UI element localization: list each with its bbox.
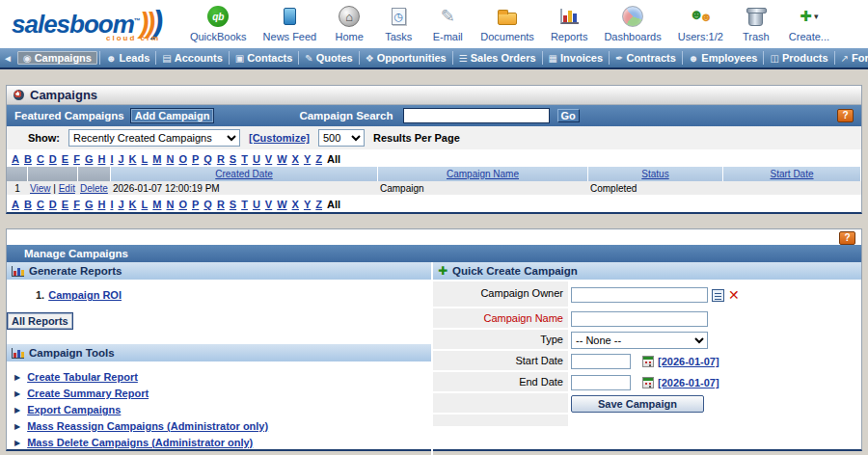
alpha-link-v[interactable]: V — [265, 199, 272, 210]
owner-lookup-icon[interactable] — [712, 289, 724, 302]
end-date-today-link[interactable]: [2026-01-07] — [658, 377, 719, 388]
help-button[interactable]: ? — [839, 231, 855, 245]
alpha-link-i[interactable]: I — [110, 199, 113, 210]
campaign-search-input[interactable] — [403, 108, 550, 123]
help-button[interactable]: ? — [837, 109, 854, 122]
alpha-link-d[interactable]: D — [49, 199, 57, 210]
tool-link[interactable]: Create Tabular Report — [27, 371, 138, 383]
toolbar-reports[interactable]: Reports — [551, 4, 588, 42]
alpha-link-r[interactable]: R — [217, 153, 225, 165]
toolbar-home[interactable]: Home — [333, 4, 366, 42]
toolbar-news-feed[interactable]: News Feed — [263, 4, 317, 42]
alpha-link-g[interactable]: G — [85, 199, 94, 210]
column-sort-link[interactable]: Start Date — [770, 169, 813, 179]
toolbar-e-mail[interactable]: E-mail — [431, 4, 464, 42]
delete-link[interactable]: Delete — [80, 183, 108, 194]
alpha-link-e[interactable]: E — [62, 199, 68, 210]
alpha-link-h[interactable]: H — [97, 199, 105, 210]
tab-products[interactable]: ◫ Products — [763, 51, 833, 65]
alpha-link-z[interactable]: Z — [315, 153, 322, 165]
tab-quotes[interactable]: ✎ Quotes — [298, 51, 358, 65]
alpha-link-m[interactable]: M — [152, 199, 161, 210]
alpha-link-l[interactable]: L — [142, 153, 149, 165]
alpha-link-q[interactable]: Q — [203, 153, 212, 165]
alpha-link-p[interactable]: P — [192, 153, 199, 165]
alpha-link-f[interactable]: F — [73, 153, 80, 165]
column-sort-link[interactable]: Campaign Name — [447, 169, 519, 179]
alpha-link-t[interactable]: T — [241, 199, 248, 210]
alpha-link-y[interactable]: Y — [304, 199, 311, 210]
type-select[interactable]: -- None -- — [571, 332, 708, 349]
alpha-link-j[interactable]: J — [118, 199, 123, 210]
report-link[interactable]: Campaign ROI — [48, 289, 122, 301]
alpha-link-s[interactable]: S — [230, 199, 236, 210]
column-sort-link[interactable]: Created Date — [215, 169, 272, 179]
alpha-link-c[interactable]: C — [37, 153, 44, 165]
alpha-link-n[interactable]: N — [166, 199, 174, 210]
alpha-link-g[interactable]: G — [85, 153, 94, 165]
view-link[interactable]: View — [30, 183, 51, 194]
alpha-link-o[interactable]: O — [178, 199, 187, 210]
all-reports-button[interactable]: All Reports — [7, 312, 73, 330]
alpha-link-l[interactable]: L — [142, 199, 149, 210]
start-date-today-link[interactable]: [2026-01-07] — [658, 356, 719, 367]
tab-employees[interactable]: ☻ Employees — [682, 51, 764, 65]
start-date-input[interactable] — [571, 354, 631, 369]
alpha-link-j[interactable]: J — [118, 153, 123, 165]
alpha-link-x[interactable]: X — [292, 199, 299, 210]
alpha-link-k[interactable]: K — [129, 153, 137, 165]
per-page-select[interactable]: 500 — [318, 129, 365, 147]
alpha-link-t[interactable]: T — [241, 153, 248, 165]
campaign-owner-input[interactable] — [571, 287, 708, 303]
tab-accounts[interactable]: ▤ Accounts — [155, 51, 229, 65]
alpha-link-m[interactable]: M — [152, 153, 161, 165]
alpha-link-u[interactable]: U — [253, 153, 260, 165]
alpha-link-v[interactable]: V — [265, 153, 272, 165]
tab-invoices[interactable]: ▦ Invoices — [542, 51, 609, 65]
alpha-link-n[interactable]: N — [166, 153, 174, 165]
alpha-link-x[interactable]: X — [292, 153, 299, 165]
alpha-link-i[interactable]: I — [110, 153, 113, 165]
alpha-link-a[interactable]: A — [12, 153, 19, 165]
calendar-icon[interactable] — [642, 377, 654, 388]
tab-leads[interactable]: ☻ Leads — [99, 51, 155, 65]
alpha-link-o[interactable]: O — [178, 153, 187, 165]
alpha-link-b[interactable]: B — [24, 199, 32, 210]
alpha-link-e[interactable]: E — [62, 153, 68, 165]
alpha-link-a[interactable]: A — [12, 199, 19, 210]
column-sort-link[interactable]: Status — [641, 169, 668, 179]
toolbar-trash[interactable]: Trash — [740, 4, 773, 42]
view-select[interactable]: Recently Created Campaigns — [68, 129, 240, 147]
tab-contacts[interactable]: ▣ Contacts — [229, 51, 299, 65]
toolbar-create[interactable]: Create... — [789, 4, 829, 42]
alpha-link-all[interactable]: All — [327, 199, 340, 210]
save-campaign-button[interactable]: Save Campaign — [571, 395, 704, 413]
edit-link[interactable]: Edit — [59, 183, 75, 194]
toolbar-documents[interactable]: Documents — [480, 4, 534, 42]
customize-link[interactable]: [Customize] — [249, 132, 310, 144]
clear-owner-icon[interactable]: ✕ — [728, 289, 740, 301]
alpha-link-p[interactable]: P — [192, 199, 199, 210]
tool-link[interactable]: Mass Delete Campaigns (Administrator onl… — [27, 437, 253, 448]
tab-campaigns[interactable]: ◉ Campaigns — [17, 51, 97, 65]
alpha-link-q[interactable]: Q — [203, 199, 212, 210]
alpha-link-d[interactable]: D — [49, 153, 57, 165]
tabs-scroll-left-icon[interactable]: ◄ — [3, 53, 13, 64]
toolbar-quickbooks[interactable]: QuickBooks — [190, 4, 247, 42]
alpha-link-u[interactable]: U — [253, 199, 260, 210]
tab-opportunities[interactable]: ❖ Opportunities — [359, 51, 452, 65]
alpha-link-w[interactable]: W — [277, 153, 286, 165]
alpha-link-s[interactable]: S — [230, 153, 236, 165]
toolbar-dashboards[interactable]: Dashboards — [604, 4, 661, 42]
alpha-link-k[interactable]: K — [129, 199, 137, 210]
campaign-name-input[interactable] — [571, 311, 708, 327]
tool-link[interactable]: Mass Reassign Campaigns (Administrator o… — [27, 420, 268, 432]
add-campaign-button[interactable]: Add Campaign — [130, 108, 215, 123]
alpha-link-c[interactable]: C — [37, 199, 44, 210]
tab-forecasts[interactable]: ↗ Forecasts — [834, 51, 868, 65]
tool-link[interactable]: Create Summary Report — [27, 388, 149, 399]
tab-contracts[interactable]: ✒ Contracts — [609, 51, 682, 65]
alpha-link-b[interactable]: B — [24, 153, 32, 165]
alpha-link-z[interactable]: Z — [315, 199, 322, 210]
toolbar-tasks[interactable]: Tasks — [382, 4, 415, 42]
